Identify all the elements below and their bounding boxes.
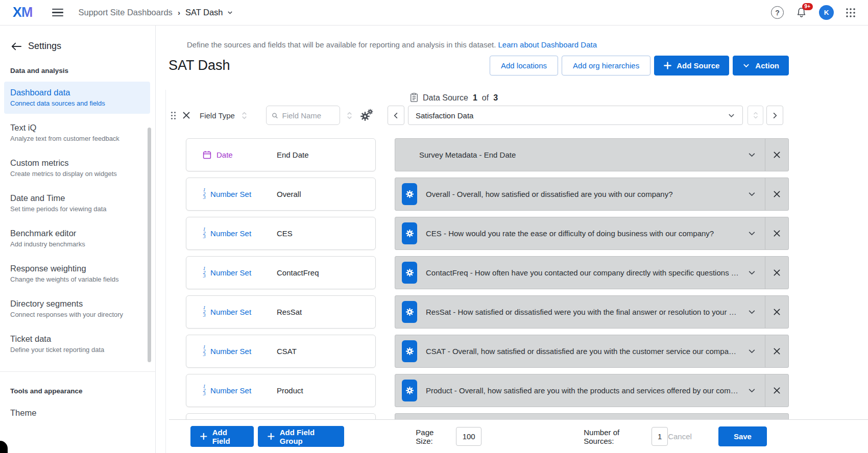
dashboard-data-panel: Field Type xyxy=(165,90,868,453)
sidebar-item-subtitle: Set time periods for viewing data xyxy=(10,205,144,214)
field-name-sort-icon[interactable] xyxy=(346,111,353,120)
add-source-button[interactable]: Add Source xyxy=(654,56,729,76)
expand-mapping-chevron-icon[interactable] xyxy=(748,150,756,159)
mapping-text: CSAT - Overall, how satisfied or dissati… xyxy=(426,347,739,356)
notifications-bell-icon[interactable]: 9+ xyxy=(795,7,807,18)
sidebar-item-ticket-data[interactable]: Ticket data Define your ticket reporting… xyxy=(4,328,150,360)
sidebar-item-benchmark-editor[interactable]: Benchmark editor Add industry benchmarks xyxy=(4,222,150,255)
field-card[interactable]: 1 2 3 Number Set ContactFreq xyxy=(186,256,376,289)
sidebar-item-directory-segments[interactable]: Directory segments Connect responses wit… xyxy=(4,293,150,325)
expand-mapping-chevron-icon[interactable] xyxy=(748,386,756,395)
xm-logo[interactable]: XM xyxy=(13,5,33,20)
data-source-counter: Data Source 1 of 3 xyxy=(410,93,789,103)
field-card[interactable]: 1 2 3 Number Set CSAT xyxy=(186,335,376,368)
remove-mapping-icon[interactable] xyxy=(765,217,788,249)
field-type-label: Date xyxy=(216,150,233,159)
previous-source-button[interactable] xyxy=(388,106,404,125)
field-type-column-label: Field Type xyxy=(200,111,235,120)
next-source-button[interactable] xyxy=(766,106,783,125)
number-of-sources-label: Number of Sources: xyxy=(584,428,646,445)
expand-mapping-chevron-icon[interactable] xyxy=(748,268,756,277)
sidebar-item-response-weighting[interactable]: Response weighting Change the weights of… xyxy=(4,258,150,290)
field-settings-gears-icon[interactable] xyxy=(360,109,373,122)
sidebar-item-custom-metrics[interactable]: Custom metrics Create metrics to display… xyxy=(4,152,150,184)
expand-mapping-chevron-icon[interactable] xyxy=(748,190,756,198)
field-card[interactable]: 1 2 3 Number Set Product xyxy=(186,374,376,407)
remove-mapping-icon[interactable] xyxy=(765,374,788,407)
number-set-icon: 1 2 3 xyxy=(203,188,205,200)
field-card[interactable]: Date End Date xyxy=(186,138,376,171)
action-dropdown-button[interactable]: Action xyxy=(733,56,789,76)
mapping-settings-gear-icon[interactable] xyxy=(402,183,417,205)
mapping-settings-gear-icon[interactable] xyxy=(402,380,417,401)
page-size-input[interactable] xyxy=(456,427,481,446)
mapping-settings-gear-icon[interactable] xyxy=(402,262,417,284)
chevron-down-icon xyxy=(227,9,233,16)
field-name: ContactFreq xyxy=(277,268,319,277)
sidebar-item-subtitle: Create metrics to display on widgets xyxy=(10,169,144,179)
field-mapping-row: ContactFreq - How often have you contact… xyxy=(395,256,789,289)
remove-mapping-icon[interactable] xyxy=(765,257,788,289)
learn-about-dashboard-data-link[interactable]: Learn about Dashboard Data xyxy=(498,40,597,49)
breadcrumb-parent[interactable]: Support Site Dashboards xyxy=(79,8,173,17)
add-org-hierarchies-button[interactable]: Add org hierarchies xyxy=(562,56,650,76)
back-to-settings-button[interactable]: Settings xyxy=(0,26,155,52)
data-source-total: 3 xyxy=(493,93,498,103)
field-type-label: Number Set xyxy=(210,347,251,356)
add-field-group-button[interactable]: Add Field Group xyxy=(258,426,344,447)
add-locations-button[interactable]: Add locations xyxy=(490,56,558,76)
mapping-text: Overall - Overall, how satisfied or diss… xyxy=(426,190,739,198)
remove-mapping-icon[interactable] xyxy=(765,139,788,171)
sidebar-item-date-and-time[interactable]: Date and Time Set time periods for viewi… xyxy=(4,187,150,219)
number-set-icon: 1 2 3 xyxy=(203,345,205,357)
remove-mapping-icon[interactable] xyxy=(765,335,788,367)
expand-mapping-chevron-icon[interactable] xyxy=(748,347,756,356)
field-card[interactable] xyxy=(186,413,376,419)
field-row-contactfreq: 1 2 3 Number Set ContactFreq ContactFreq… xyxy=(169,256,789,289)
number-set-icon: 1 2 3 xyxy=(203,385,205,396)
field-name-search-input[interactable] xyxy=(282,111,335,120)
sidebar-item-text-iq[interactable]: Text iQ Analyze text from customer feedb… xyxy=(4,117,150,149)
add-field-button[interactable]: Add Field xyxy=(190,426,254,447)
main-content: Define the sources and fields that will … xyxy=(156,26,868,453)
app-grid-icon[interactable] xyxy=(846,8,856,18)
mapping-settings-gear-icon[interactable] xyxy=(402,301,417,323)
dataset-description: Define the sources and fields that will … xyxy=(187,40,789,49)
field-card[interactable]: 1 2 3 Number Set CES xyxy=(186,217,376,250)
sidebar-item-subtitle: Define your ticket reporting data xyxy=(10,345,144,355)
data-source-label: Data Source xyxy=(423,93,468,103)
source-reorder-stepper[interactable] xyxy=(748,106,763,125)
remove-mapping-icon[interactable] xyxy=(765,178,788,210)
drag-handle-icon[interactable] xyxy=(171,111,176,120)
field-card[interactable]: 1 2 3 Number Set ResSat xyxy=(186,295,376,329)
breadcrumb-current-dropdown[interactable]: SAT Dash xyxy=(185,8,233,17)
mapping-settings-gear-icon[interactable] xyxy=(402,222,417,244)
field-card[interactable]: 1 2 3 Number Set Overall xyxy=(186,178,376,211)
mapping-settings-gear-icon[interactable] xyxy=(402,340,417,362)
field-type-sort-icon[interactable] xyxy=(241,111,248,120)
number-set-icon: 1 2 3 xyxy=(203,267,205,279)
save-button[interactable]: Save xyxy=(718,426,767,446)
field-mapping-row: ResSat - How satisfied or dissatisfied w… xyxy=(395,295,789,329)
sidebar-item-dashboard-data[interactable]: Dashboard data Connect data sources and … xyxy=(4,82,150,114)
clear-field-filter-icon[interactable] xyxy=(182,111,190,119)
cancel-button[interactable]: Cancel xyxy=(668,432,692,441)
sidebar-item-subtitle: Analyze text from customer feedback xyxy=(10,134,144,143)
number-of-sources-input[interactable] xyxy=(652,427,668,446)
remove-mapping-icon[interactable] xyxy=(765,296,788,328)
breadcrumb-separator: › xyxy=(178,8,180,17)
field-mapping-row xyxy=(395,413,789,419)
expand-mapping-chevron-icon[interactable] xyxy=(748,308,756,316)
field-type-label: Number Set xyxy=(210,190,251,198)
sidebar-scrollbar[interactable] xyxy=(148,128,151,362)
sidebar-item-title: Response weighting xyxy=(10,263,144,274)
data-source-dropdown[interactable]: Satisfaction Data xyxy=(408,106,743,125)
expand-mapping-chevron-icon[interactable] xyxy=(748,229,756,238)
field-name-search[interactable] xyxy=(266,106,340,125)
help-glyph: ? xyxy=(775,9,780,17)
sidebar-item-theme[interactable]: Theme xyxy=(4,402,150,424)
hamburger-menu-icon[interactable] xyxy=(52,9,63,16)
avatar[interactable]: K xyxy=(819,5,834,20)
sort-icon xyxy=(753,111,759,119)
help-icon[interactable]: ? xyxy=(771,6,784,19)
